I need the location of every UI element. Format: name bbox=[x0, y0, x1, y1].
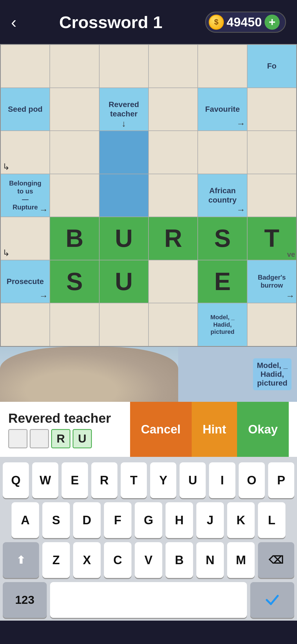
key-D[interactable]: D bbox=[73, 502, 101, 538]
cell-5-4[interactable]: E bbox=[198, 260, 247, 303]
key-S[interactable]: S bbox=[42, 502, 70, 538]
cell-0-3[interactable] bbox=[148, 45, 198, 88]
cell-6-4[interactable]: Model, _Hadid,pictured bbox=[198, 303, 247, 346]
key-123[interactable]: 123 bbox=[3, 582, 47, 618]
cancel-button[interactable]: Cancel bbox=[130, 402, 192, 457]
cell-0-1[interactable] bbox=[50, 45, 99, 88]
cell-6-5[interactable] bbox=[247, 303, 296, 346]
cell-3-3[interactable] bbox=[148, 174, 198, 217]
clue-hadid: Model, _Hadid,pictured bbox=[209, 312, 236, 337]
back-button[interactable]: ‹ bbox=[11, 13, 16, 32]
cell-5-5[interactable]: Badger'sburrow bbox=[247, 260, 296, 303]
keyboard-row-bottom: 123 bbox=[3, 582, 294, 618]
cell-6-1[interactable] bbox=[50, 303, 99, 346]
key-X[interactable]: X bbox=[73, 542, 101, 578]
key-delete[interactable]: ⌫ bbox=[258, 542, 294, 578]
cell-1-3[interactable] bbox=[148, 88, 198, 131]
answer-box-3[interactable]: R bbox=[51, 429, 70, 448]
key-M[interactable]: M bbox=[227, 542, 255, 578]
cell-5-3[interactable] bbox=[148, 260, 198, 303]
cell-3-5[interactable] bbox=[247, 174, 296, 217]
key-checkmark[interactable] bbox=[250, 582, 294, 618]
answer-box-4[interactable]: U bbox=[73, 429, 92, 448]
clue-seed-pod: Seed pod bbox=[6, 103, 44, 116]
key-W[interactable]: W bbox=[32, 462, 58, 498]
clue-revered-teacher: Reveredteacher bbox=[107, 98, 141, 120]
grid-container: Fo Seed pod Reveredteacher Favourite Bel… bbox=[0, 44, 297, 347]
key-B[interactable]: B bbox=[166, 542, 193, 578]
key-Y[interactable]: Y bbox=[150, 462, 176, 498]
photo-blur bbox=[0, 347, 178, 402]
cell-3-1[interactable] bbox=[50, 174, 99, 217]
cell-0-5[interactable]: Fo bbox=[247, 45, 296, 88]
key-Q[interactable]: Q bbox=[3, 462, 29, 498]
cell-3-4[interactable]: Africancountry bbox=[198, 174, 247, 217]
key-space[interactable] bbox=[50, 582, 247, 618]
cell-clue-0-5: Fo bbox=[265, 60, 278, 72]
okay-button[interactable]: Okay bbox=[237, 402, 289, 457]
key-V[interactable]: V bbox=[135, 542, 162, 578]
key-Z[interactable]: Z bbox=[42, 542, 70, 578]
active-clue-text: Revered teacher bbox=[8, 411, 130, 426]
cell-1-4[interactable]: Favourite bbox=[198, 88, 247, 131]
cell-4-5[interactable]: T ve bbox=[247, 217, 296, 260]
cell-2-2[interactable] bbox=[99, 131, 148, 174]
cell-5-0[interactable]: Prosecute bbox=[1, 260, 50, 303]
answer-box-1[interactable] bbox=[8, 429, 28, 448]
cell-4-3[interactable]: R bbox=[148, 217, 198, 260]
hint-button[interactable]: Hint bbox=[192, 402, 237, 457]
clue-belonging: Belongingto us—Rupture bbox=[7, 178, 43, 213]
answer-box-2[interactable] bbox=[30, 429, 49, 448]
key-E[interactable]: E bbox=[62, 462, 88, 498]
key-H[interactable]: H bbox=[166, 502, 193, 538]
key-shift[interactable]: ⬆ bbox=[3, 542, 39, 578]
coin-amount: 49450 bbox=[227, 15, 262, 29]
cell-3-0[interactable]: Belongingto us—Rupture bbox=[1, 174, 50, 217]
cell-3-2[interactable] bbox=[99, 174, 148, 217]
cell-0-2[interactable] bbox=[99, 45, 148, 88]
cell-6-2[interactable] bbox=[99, 303, 148, 346]
cell-1-5[interactable] bbox=[247, 88, 296, 131]
key-A[interactable]: A bbox=[12, 502, 39, 538]
key-U[interactable]: U bbox=[180, 462, 206, 498]
photo-area: Model, _Hadid,pictured bbox=[0, 347, 297, 402]
key-I[interactable]: I bbox=[209, 462, 235, 498]
key-L[interactable]: L bbox=[258, 502, 285, 538]
key-J[interactable]: J bbox=[196, 502, 224, 538]
checkmark-icon bbox=[264, 592, 280, 608]
cell-1-1[interactable] bbox=[50, 88, 99, 131]
coins-badge: $ 49450 + bbox=[205, 12, 286, 33]
cell-6-0[interactable] bbox=[1, 303, 50, 346]
cell-5-2[interactable]: U bbox=[99, 260, 148, 303]
cell-2-3[interactable] bbox=[148, 131, 198, 174]
key-P[interactable]: P bbox=[268, 462, 294, 498]
cell-2-5[interactable] bbox=[247, 131, 296, 174]
cell-1-0[interactable]: Seed pod bbox=[1, 88, 50, 131]
cell-4-0[interactable] bbox=[1, 217, 50, 260]
key-G[interactable]: G bbox=[135, 502, 162, 538]
key-R[interactable]: R bbox=[91, 462, 117, 498]
key-C[interactable]: C bbox=[104, 542, 131, 578]
letter-S2: S bbox=[66, 268, 83, 296]
add-coins-button[interactable]: + bbox=[265, 15, 280, 30]
cell-4-4[interactable]: S bbox=[198, 217, 247, 260]
cell-5-1[interactable]: S bbox=[50, 260, 99, 303]
clue-bar: Revered teacher R U Cancel Hint Okay bbox=[0, 402, 297, 457]
key-O[interactable]: O bbox=[239, 462, 265, 498]
key-N[interactable]: N bbox=[196, 542, 224, 578]
key-K[interactable]: K bbox=[227, 502, 255, 538]
cell-2-4[interactable] bbox=[198, 131, 247, 174]
cell-0-0[interactable] bbox=[1, 45, 50, 88]
cell-6-3[interactable] bbox=[148, 303, 198, 346]
cell-4-1[interactable]: B bbox=[50, 217, 99, 260]
letter-U2: U bbox=[115, 268, 133, 296]
letter-S: S bbox=[214, 224, 231, 253]
cell-2-1[interactable] bbox=[50, 131, 99, 174]
cell-0-4[interactable] bbox=[198, 45, 247, 88]
cell-4-2[interactable]: U bbox=[99, 217, 148, 260]
key-T[interactable]: T bbox=[121, 462, 147, 498]
cell-2-0[interactable] bbox=[1, 131, 50, 174]
cell-1-2[interactable]: Reveredteacher bbox=[99, 88, 148, 131]
clue-prosecute: Prosecute bbox=[5, 275, 45, 288]
key-F[interactable]: F bbox=[104, 502, 131, 538]
